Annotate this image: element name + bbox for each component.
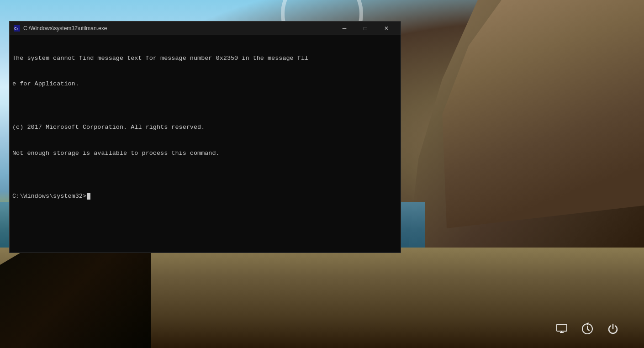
cmd-cursor — [87, 193, 90, 200]
svg-text:C:: C: — [14, 26, 19, 31]
rock-inner — [425, 0, 644, 228]
titlebar-buttons: ─ □ ✕ — [334, 21, 397, 35]
cmd-title: C:\Windows\system32\utilman.exe — [23, 25, 334, 32]
svg-rect-2 — [557, 324, 567, 331]
taskbar-icons — [554, 321, 621, 337]
cmd-titlebar: C: C:\Windows\system32\utilman.exe ─ □ ✕ — [10, 21, 401, 35]
cmd-prompt: C:\Windows\system32> — [12, 193, 86, 200]
cmd-line-1: The system cannot find message text for … — [12, 54, 398, 63]
cmd-window: C: C:\Windows\system32\utilman.exe ─ □ ✕… — [9, 21, 401, 253]
cmd-prompt-line: C:\Windows\system32> — [12, 192, 398, 201]
cmd-line-2: e for Application. — [12, 80, 398, 89]
display-icon[interactable] — [554, 321, 570, 337]
power-icon[interactable] — [605, 321, 621, 337]
cmd-output-area[interactable]: The system cannot find message text for … — [10, 35, 401, 253]
accessibility-icon[interactable] — [579, 321, 596, 337]
minimize-button[interactable]: ─ — [334, 21, 355, 35]
cmd-line-4: (c) 2017 Microsoft Corporation. All righ… — [12, 123, 398, 132]
cmd-line-5: Not enough storage is available to proce… — [12, 149, 398, 158]
close-button[interactable]: ✕ — [376, 21, 397, 35]
cmd-app-icon: C: — [13, 25, 21, 32]
maximize-button[interactable]: □ — [355, 21, 376, 35]
